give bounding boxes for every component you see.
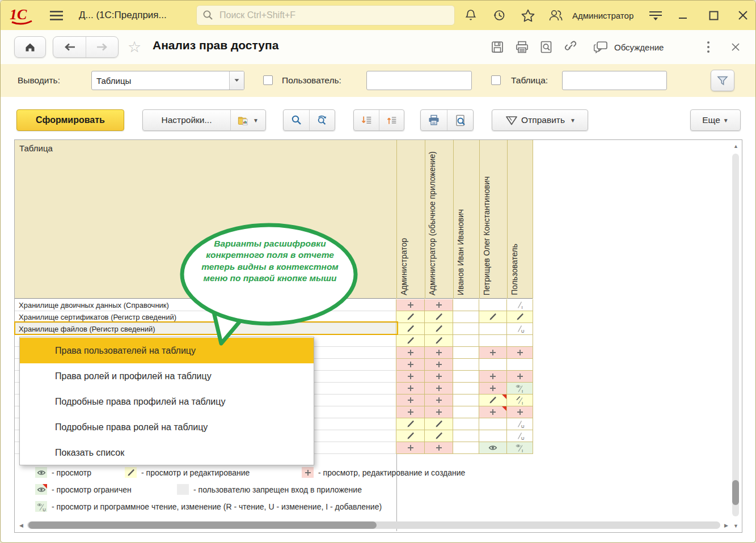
settings-button[interactable]: Настройки... (143, 110, 230, 130)
access-cell[interactable] (396, 323, 425, 335)
access-cell[interactable] (453, 359, 479, 371)
context-menu-item[interactable]: Подробные права профилей на таблицу (20, 389, 314, 414)
access-cell[interactable] (479, 383, 507, 394)
access-cell[interactable] (396, 383, 425, 394)
access-cell[interactable] (425, 418, 453, 430)
access-cell[interactable] (453, 323, 479, 335)
scroll-left-arrow-icon[interactable]: ◀ (19, 523, 23, 528)
access-cell[interactable] (396, 335, 425, 347)
discussion-button[interactable] (590, 37, 611, 57)
access-cell[interactable] (453, 347, 479, 359)
filter-settings-button[interactable] (711, 70, 734, 91)
access-cell[interactable] (425, 394, 453, 406)
global-search-box[interactable] (196, 5, 455, 26)
horizontal-scrollbar[interactable]: ◀ ▶ (18, 520, 729, 530)
access-cell[interactable]: U (507, 430, 533, 442)
access-cell[interactable] (425, 335, 453, 347)
global-search-input[interactable] (218, 10, 449, 21)
scroll-down-arrow-icon[interactable]: ▼ (733, 523, 738, 529)
preview-button[interactable] (536, 37, 556, 57)
access-cell[interactable] (479, 394, 507, 406)
access-cell[interactable] (396, 359, 425, 371)
output-select-arrow[interactable] (229, 71, 244, 90)
close-window-button[interactable] (733, 1, 753, 30)
access-cell[interactable] (453, 442, 479, 454)
access-cell[interactable] (507, 371, 533, 383)
access-cell[interactable]: I (507, 394, 533, 406)
access-cell[interactable] (453, 418, 479, 430)
back-button[interactable] (53, 37, 86, 57)
users-icon[interactable] (546, 1, 565, 30)
access-cell[interactable] (396, 371, 425, 383)
notifications-bell-icon[interactable] (461, 1, 480, 30)
access-cell[interactable] (396, 347, 425, 359)
access-cell[interactable]: U (507, 418, 533, 430)
current-user-label[interactable]: Администратор (572, 1, 633, 30)
access-cell[interactable] (479, 371, 507, 383)
vertical-scroll-track[interactable] (732, 154, 739, 516)
access-cell[interactable] (425, 311, 453, 323)
send-button[interactable]: Отправить ▼ (492, 109, 588, 131)
generate-button[interactable]: Сформировать (16, 109, 124, 131)
kebab-menu-button[interactable] (698, 37, 719, 57)
find-button[interactable] (284, 110, 309, 130)
scroll-right-arrow-icon[interactable]: ▶ (724, 523, 728, 528)
access-cell[interactable] (396, 394, 425, 406)
table-filter-checkbox[interactable] (491, 75, 501, 85)
access-cell[interactable]: I (507, 383, 533, 394)
access-cell[interactable] (396, 311, 425, 323)
repeat-search-button[interactable] (309, 110, 335, 130)
access-cell[interactable]: I (507, 442, 533, 454)
access-cell[interactable] (425, 383, 453, 394)
column-header[interactable]: Петрищев Олег Константинович (479, 140, 507, 299)
access-cell[interactable] (425, 299, 453, 311)
print-report-button[interactable] (421, 110, 447, 130)
access-cell[interactable] (479, 442, 507, 454)
access-cell[interactable] (479, 299, 507, 311)
access-cell[interactable] (453, 299, 479, 311)
access-cell[interactable] (507, 335, 533, 347)
vertical-scroll-thumb[interactable] (732, 480, 739, 505)
column-header[interactable]: Иванов Иван Иванович (453, 140, 479, 299)
access-cell[interactable] (453, 335, 479, 347)
access-cell[interactable] (453, 371, 479, 383)
access-cell[interactable] (479, 323, 507, 335)
table-filter-input[interactable] (563, 71, 667, 90)
access-cell[interactable] (479, 335, 507, 347)
access-cell[interactable] (425, 371, 453, 383)
access-cell[interactable] (396, 406, 425, 418)
access-cell[interactable] (453, 383, 479, 394)
access-cell[interactable] (396, 442, 425, 454)
access-cell[interactable] (453, 406, 479, 418)
print-button[interactable] (512, 37, 532, 57)
access-cell[interactable] (453, 430, 479, 442)
column-header[interactable]: Администратор (обычное приложение) (425, 140, 453, 299)
maximize-button[interactable] (704, 1, 723, 30)
favorite-star-icon[interactable]: ☆ (128, 38, 141, 56)
vertical-scrollbar[interactable]: ▲ ▼ (730, 141, 741, 531)
access-cell[interactable] (425, 347, 453, 359)
sort-descending-button[interactable] (354, 110, 379, 130)
report-variants-button[interactable]: ▼ (230, 110, 265, 130)
save-button[interactable] (487, 37, 508, 57)
context-menu-item[interactable]: Права пользователей на таблицу (20, 338, 314, 363)
forward-button[interactable] (86, 37, 118, 57)
column-header[interactable]: Пользователь (507, 140, 533, 299)
access-cell[interactable] (453, 394, 479, 406)
output-select[interactable]: Таблицы (91, 71, 244, 90)
access-cell[interactable] (396, 430, 425, 442)
access-cell[interactable] (425, 359, 453, 371)
user-filter-checkbox[interactable] (263, 75, 273, 85)
context-menu-item[interactable]: Права ролей и профилей на таблицу (20, 363, 314, 389)
access-cell[interactable] (479, 418, 507, 430)
access-cell[interactable] (479, 347, 507, 359)
row-name-cell[interactable]: Хранилище двоичных данных (Справочник) (15, 299, 396, 311)
get-link-button[interactable] (560, 37, 581, 57)
access-cell[interactable] (396, 299, 425, 311)
horizontal-scroll-thumb[interactable] (28, 521, 377, 529)
access-cell[interactable] (479, 430, 507, 442)
access-cell[interactable] (479, 359, 507, 371)
close-form-button[interactable] (725, 37, 746, 57)
access-cell[interactable]: I (507, 299, 533, 311)
favorites-star-icon[interactable] (518, 1, 538, 30)
